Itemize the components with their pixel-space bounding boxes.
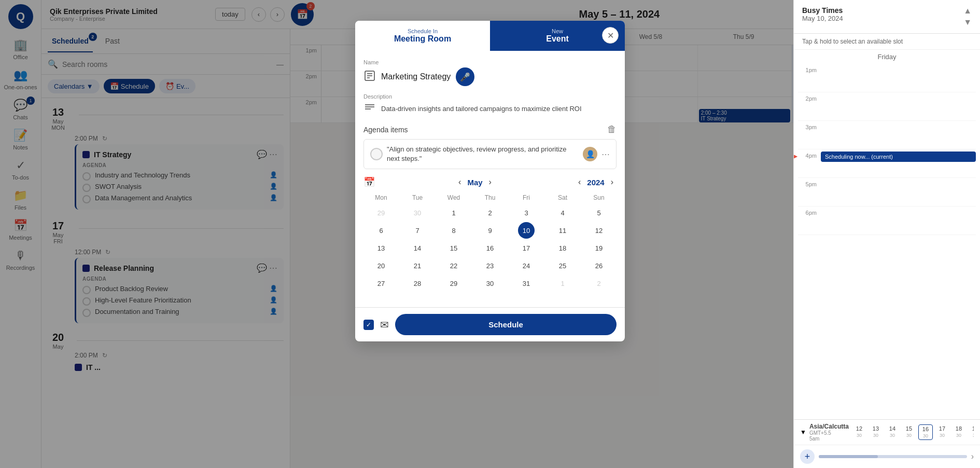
busy-panel-hint: Tap & hold to select an available slot: [794, 34, 980, 50]
cal-day-20[interactable]: 20: [373, 257, 389, 274]
cal-day-9[interactable]: 9: [482, 222, 498, 239]
picker-month: May: [467, 178, 482, 187]
cal-day-30[interactable]: 30: [482, 275, 498, 292]
agenda-items-label: Agenda items: [363, 126, 408, 134]
name-field-label: Name: [363, 59, 617, 65]
cal-day-26[interactable]: 26: [591, 257, 607, 274]
name-value: Marketing Strategy: [381, 72, 451, 81]
cal-day-15[interactable]: 15: [445, 240, 462, 256]
add-timezone-button[interactable]: +: [800, 449, 815, 464]
cal-day-25[interactable]: 25: [554, 257, 571, 274]
busy-slot-3pm: [821, 123, 976, 147]
agenda-input-row: "Align on strategic objectives, review p…: [363, 139, 617, 169]
agenda-section: Agenda items 🗑 "Align on strategic objec…: [363, 124, 617, 169]
cal-day-24[interactable]: 24: [518, 257, 535, 274]
footer-checkbox[interactable]: ✓: [363, 320, 374, 330]
cal-picker-header: 📅 ‹ May › ‹ 2024 ›: [363, 176, 617, 188]
next-year-button[interactable]: ›: [608, 176, 617, 188]
cal-day-jun2[interactable]: 2: [591, 275, 607, 292]
cal-day-7[interactable]: 7: [409, 222, 426, 239]
cal-day-27[interactable]: 27: [373, 275, 389, 292]
busy-row-3pm: 3pm: [798, 121, 976, 149]
footer-email-button[interactable]: ✉: [380, 319, 389, 331]
timezone-times-grid: 1230 1330 1430 1530 1630 1730 1830 1930: [852, 424, 974, 440]
cal-day-apr30[interactable]: 30: [409, 204, 426, 221]
calendar-grid: Mon Tue Wed Thu Fri Sat Sun 29 30: [363, 192, 617, 292]
cal-day-19[interactable]: 19: [591, 240, 607, 256]
cal-day-31[interactable]: 31: [518, 275, 535, 292]
desc-value: Data-driven insights and tailored campai…: [381, 104, 582, 114]
timezone-info: Asia/Calcutta GMT+5.5 5am: [809, 423, 849, 442]
timezone-scrollbar[interactable]: [819, 455, 967, 458]
cal-header-mon: Mon: [363, 192, 399, 203]
next-month-button[interactable]: ›: [486, 176, 495, 188]
timezone-name: Asia/Calcutta: [809, 423, 849, 430]
cal-day-3[interactable]: 3: [518, 204, 535, 221]
timezone-scrollbar-thumb: [819, 455, 878, 458]
agenda-circle: [370, 148, 383, 160]
tz-time-17: 1730: [935, 424, 949, 440]
timezone-collapse-button[interactable]: ▼: [800, 429, 806, 436]
month-nav: ‹ May ›: [455, 176, 495, 188]
prev-month-button[interactable]: ‹: [455, 176, 464, 188]
cal-day-28[interactable]: 28: [409, 275, 426, 292]
mic-button[interactable]: 🎤: [456, 67, 474, 86]
modal-tabs: Schedule In Meeting Room New Event ✕: [355, 29, 625, 51]
timezone-times-row: 1230 1330 1430 1530 1630 1730 1830 1930: [852, 424, 974, 440]
busy-slot-6pm: [821, 209, 976, 232]
cal-day-11[interactable]: 11: [554, 222, 571, 239]
cal-day-23[interactable]: 23: [482, 257, 498, 274]
cal-day-apr29[interactable]: 29: [373, 204, 389, 221]
cal-day-14[interactable]: 14: [409, 240, 426, 256]
cal-header-thu: Thu: [472, 192, 508, 203]
cal-day-12[interactable]: 12: [591, 222, 607, 239]
cal-day-17[interactable]: 17: [518, 240, 535, 256]
timezone-add-row: + ›: [794, 445, 980, 468]
desc-field-label: Description: [363, 93, 617, 100]
busy-label-6pm: 6pm: [798, 209, 817, 216]
tz-time-19: 1930: [968, 424, 974, 440]
cal-day-4[interactable]: 4: [554, 204, 571, 221]
tab-meeting-room[interactable]: Schedule In Meeting Room: [355, 29, 490, 51]
desc-field-row: Data-driven insights and tailored campai…: [363, 102, 617, 117]
agenda-delete-button[interactable]: 🗑: [607, 124, 617, 135]
busy-slot-4pm: Scheduling now... (current): [821, 152, 976, 175]
modal-footer: ✓ ✉ Schedule: [355, 307, 625, 341]
tz-time-18: 1830: [951, 424, 966, 440]
busy-row-6pm: 6pm: [798, 207, 976, 235]
cal-day-22[interactable]: 22: [445, 257, 462, 274]
modal-wrapper: Schedule In Meeting Room New Event ✕: [355, 29, 625, 341]
busy-day-label: Friday: [794, 50, 980, 64]
timezone-sub: 5am: [809, 436, 849, 442]
cal-day-13[interactable]: 13: [373, 240, 389, 256]
cal-day-10-today[interactable]: 10: [518, 222, 535, 239]
cal-day-6[interactable]: 6: [373, 222, 389, 239]
modal-overlay: Schedule In Meeting Room New Event ✕: [290, 29, 980, 468]
cal-day-29[interactable]: 29: [445, 275, 462, 292]
timezone-header-row: ▼ Asia/Calcutta GMT+5.5 5am 1230 1330: [794, 420, 980, 445]
busy-current-event: Scheduling now... (current): [821, 152, 976, 162]
cal-day-21[interactable]: 21: [409, 257, 426, 274]
cal-header-wed: Wed: [436, 192, 471, 203]
cal-day-1[interactable]: 1: [445, 204, 462, 221]
cal-day-jun1[interactable]: 1: [554, 275, 571, 292]
content-area: Scheduled 2 Past 🔍 — Calendars ▼ 📅: [41, 29, 980, 468]
agenda-more-button[interactable]: ⋯: [601, 149, 610, 159]
cal-day-5[interactable]: 5: [591, 204, 607, 221]
name-field-row: Marketing Strategy 🎤: [363, 67, 617, 86]
timezone-section: ▼ Asia/Calcutta GMT+5.5 5am 1230 1330: [794, 419, 980, 468]
busy-row-2pm: 2pm: [798, 92, 976, 121]
timezone-scroll-right[interactable]: ›: [971, 452, 974, 461]
cal-day-8[interactable]: 8: [445, 222, 462, 239]
modal-schedule-button[interactable]: Schedule: [395, 314, 617, 335]
busy-row-5pm: 5pm: [798, 178, 976, 207]
current-time-arrow: ▶: [794, 153, 797, 160]
name-icon: [363, 70, 376, 85]
cal-day-18[interactable]: 18: [554, 240, 571, 256]
cal-day-16[interactable]: 16: [482, 240, 498, 256]
prev-year-button[interactable]: ‹: [575, 176, 584, 188]
main-area: Qik Enterprises Private Limited Company …: [41, 0, 980, 468]
year-nav: ‹ 2024 ›: [575, 176, 617, 188]
desc-icon: [363, 102, 376, 117]
cal-day-2[interactable]: 2: [482, 204, 498, 221]
